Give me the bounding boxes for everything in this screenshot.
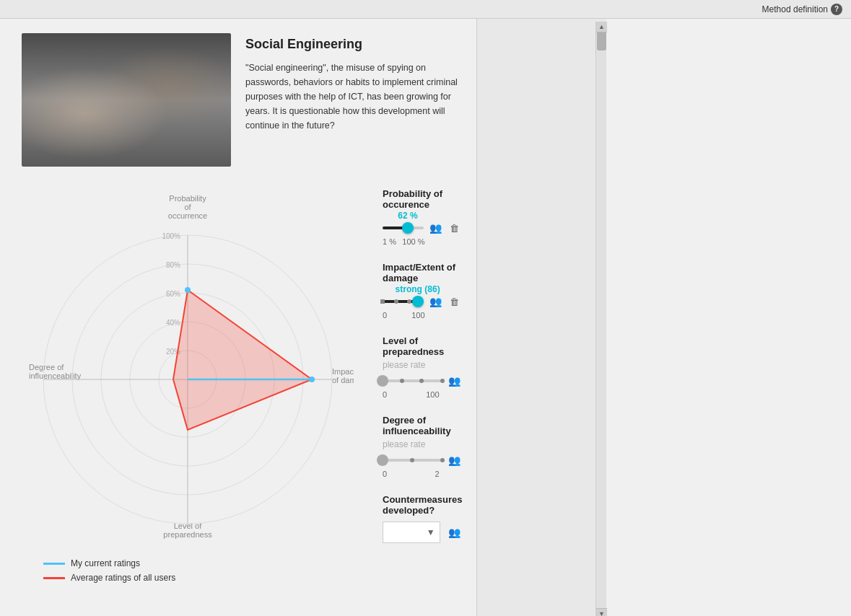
chart-section: Probability of occurrence Impact/Extent … (22, 188, 368, 587)
preparedness-thumb[interactable] (377, 375, 388, 387)
countermeasures-label: Countermeasures developed? (383, 494, 463, 516)
impact-label: Impact/Extent of damage (383, 262, 463, 283)
legend-my-ratings: My current ratings (43, 558, 368, 568)
preparedness-max: 100 (426, 390, 439, 399)
radar-label-right: Impact/Extent (332, 367, 354, 376)
legend: My current ratings Average ratings of al… (22, 558, 368, 583)
header-description: "Social engineering", the misuse of spyi… (245, 61, 462, 133)
my-ratings-point-prob (185, 287, 191, 293)
probability-min: 1 % (383, 237, 396, 246)
influence-group: Degree of influenceability please rate (383, 415, 463, 478)
method-definition-label: Method definition (762, 4, 828, 14)
header-image-placeholder (22, 33, 231, 167)
influence-max: 2 (435, 470, 439, 478)
countermeasures-select[interactable]: Yes No In Progress (383, 522, 440, 543)
header-area: Social Engineering "Social engineering",… (22, 33, 462, 167)
preparedness-group: Level of preparedness please rate (383, 335, 463, 399)
probability-slider-wrapper: 62 % (383, 221, 424, 235)
probability-group: Probability of occurence 62 % (383, 188, 463, 246)
impact-max: 100 (411, 311, 424, 320)
countermeasures-actions (447, 524, 463, 540)
influence-thumb[interactable] (377, 454, 388, 466)
help-icon[interactable]: ? (831, 4, 842, 15)
svg-text:preparedness: preparedness (163, 530, 212, 539)
svg-text:80%: 80% (166, 261, 180, 269)
impact-thumb[interactable] (412, 296, 424, 307)
main-content: Social Engineering "Social engineering",… (0, 19, 851, 616)
impact-group: Impact/Extent of damage strong ( (383, 262, 463, 320)
preparedness-label: Level of preparedness (383, 335, 444, 357)
right-panel: ▲ ▼ (476, 19, 606, 616)
svg-text:of: of (184, 203, 191, 211)
header-text: Social Engineering "Social engineering",… (245, 33, 462, 167)
my-ratings-point-impact (309, 377, 315, 382)
legend-my-ratings-label: My current ratings (71, 558, 140, 568)
preparedness-please-rate: please rate (383, 360, 463, 370)
countermeasures-people-icon[interactable] (447, 524, 463, 540)
radar-chart: Probability of occurrence Impact/Extent … (22, 188, 354, 549)
impact-value: strong (86) (396, 284, 440, 294)
probability-value: 62 % (398, 211, 417, 221)
probability-max: 100 % (402, 237, 424, 246)
left-panel: Social Engineering "Social engineering",… (0, 19, 476, 616)
header-image (22, 33, 231, 167)
impact-actions (428, 294, 463, 309)
probability-people-icon[interactable] (428, 220, 444, 236)
sliders-section: Probability of occurence 62 % (383, 188, 463, 587)
radar-label-left: Degree of (29, 363, 64, 371)
legend-avg-ratings-line (43, 577, 65, 579)
countermeasures-group: Countermeasures developed? Yes No In Pro… (383, 494, 463, 543)
influence-min: 0 (383, 470, 387, 478)
probability-thumb[interactable] (402, 222, 414, 234)
legend-my-ratings-line (43, 563, 65, 565)
avg-ratings-polygon (173, 290, 312, 430)
probability-trash-icon[interactable] (447, 220, 463, 236)
probability-actions (428, 220, 463, 236)
countermeasures-dropdown-wrapper[interactable]: Yes No In Progress ▼ (383, 522, 441, 543)
svg-text:60%: 60% (166, 290, 180, 298)
preparedness-actions (447, 373, 463, 389)
legend-avg-ratings-label: Average ratings of all users (71, 573, 175, 583)
svg-text:occurrence: occurrence (168, 211, 207, 220)
scroll-down-button[interactable]: ▼ (596, 608, 607, 616)
influence-label: Degree of influenceability (383, 415, 451, 436)
legend-avg-ratings: Average ratings of all users (43, 573, 368, 583)
svg-text:of damage: of damage (332, 376, 354, 384)
scroll-up-button[interactable]: ▲ (596, 22, 607, 32)
preparedness-people-icon[interactable] (447, 373, 463, 389)
influence-please-rate: please rate (383, 439, 463, 449)
preparedness-min: 0 (383, 390, 387, 399)
influence-people-icon[interactable] (447, 452, 463, 468)
svg-text:100%: 100% (162, 232, 180, 240)
countermeasures-dropdown-row: Yes No In Progress ▼ (383, 522, 463, 543)
radar-label-top: Probability (169, 194, 206, 203)
page-title: Social Engineering (245, 37, 462, 52)
content-area: Probability of occurrence Impact/Extent … (22, 188, 462, 587)
impact-people-icon[interactable] (428, 294, 444, 309)
probability-label: Probability of occurence (383, 188, 463, 210)
impact-trash-icon[interactable] (447, 294, 463, 309)
top-bar: Method definition ? (0, 0, 851, 19)
svg-text:40%: 40% (166, 319, 180, 327)
impact-min: 0 (383, 311, 387, 320)
svg-text:influenceability: influenceability (29, 371, 82, 380)
influence-actions (447, 452, 463, 468)
